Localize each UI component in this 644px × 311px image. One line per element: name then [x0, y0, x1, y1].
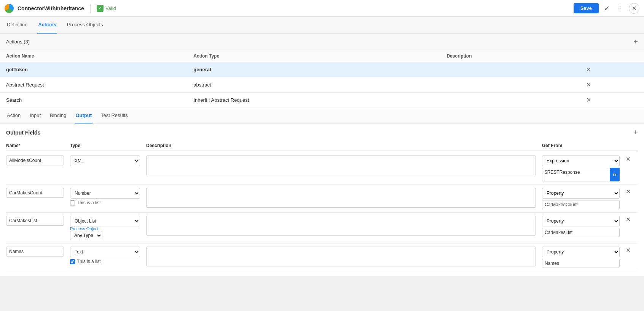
- output-title: Output Fields: [6, 130, 633, 136]
- delete-field-button[interactable]: ✕: [626, 188, 631, 195]
- close-button[interactable]: ✕: [629, 3, 639, 14]
- field-type-select[interactable]: XMLTextNumberObject List: [70, 247, 140, 257]
- field-name-cell: [6, 247, 67, 256]
- main-tab-definition[interactable]: Definition: [6, 17, 28, 34]
- checkbox-row: This is a list: [70, 200, 140, 205]
- output-field-row: XMLTextNumberObject ListProcess ObjectAn…: [6, 213, 638, 244]
- inner-tab-action[interactable]: Action: [6, 108, 21, 123]
- field-type-cell: XMLTextNumberObject ListThis is a list: [67, 247, 143, 264]
- action-name-cell: getToken: [0, 62, 187, 77]
- field-name-cell: [6, 156, 67, 165]
- get-from-cell: ExpressionProperty: [539, 188, 623, 209]
- col-get-from: Get From: [539, 143, 623, 148]
- delete-field-button[interactable]: ✕: [626, 156, 631, 163]
- field-name-cell: [6, 216, 67, 226]
- field-type-select[interactable]: XMLTextNumberObject List: [70, 188, 140, 199]
- actions-section-header: Actions (3) +: [0, 34, 644, 50]
- inner-tab-bar: ActionInputBindingOutputTest Results: [0, 108, 644, 123]
- action-type-cell: abstract: [187, 77, 440, 93]
- field-delete-cell: ✕: [623, 188, 638, 195]
- fx-button[interactable]: fx: [610, 168, 620, 181]
- field-desc-textarea[interactable]: [146, 188, 536, 208]
- get-from-value-textarea[interactable]: [542, 168, 608, 181]
- output-field-row: XMLTextNumberObject ListExpressionProper…: [6, 152, 638, 185]
- table-row[interactable]: getToken general ✕: [0, 62, 644, 77]
- col-header-delete: [580, 50, 644, 62]
- main-tab-process_objects[interactable]: Process Objects: [66, 17, 104, 34]
- get-from-value-input[interactable]: [542, 200, 620, 209]
- action-desc-cell: [440, 77, 580, 93]
- field-type-cell: XMLTextNumberObject ListProcess ObjectAn…: [67, 216, 143, 240]
- col-header-description: Description: [440, 50, 580, 62]
- add-output-field-button[interactable]: +: [633, 128, 638, 137]
- delete-action-button[interactable]: ✕: [586, 81, 591, 88]
- inner-tab-output[interactable]: Output: [75, 108, 92, 123]
- field-delete-cell: ✕: [623, 247, 638, 254]
- is-list-checkbox[interactable]: [70, 200, 75, 205]
- get-from-row: ExpressionProperty: [542, 216, 620, 226]
- col-header-action-name: Action Name: [0, 50, 187, 62]
- action-type-cell: Inherit : Abstract Request: [187, 93, 440, 108]
- get-from-value-input[interactable]: [542, 259, 620, 268]
- field-desc-textarea[interactable]: [146, 156, 536, 175]
- action-desc-cell: [440, 62, 580, 77]
- get-from-type-select[interactable]: ExpressionProperty: [542, 247, 620, 257]
- valid-icon: ✓: [97, 5, 104, 12]
- delete-action-button[interactable]: ✕: [586, 96, 591, 104]
- main-tab-actions[interactable]: Actions: [37, 17, 57, 34]
- output-rows: XMLTextNumberObject ListExpressionProper…: [6, 152, 638, 271]
- inner-tab-input[interactable]: Input: [29, 108, 41, 123]
- action-type-cell: general: [187, 62, 440, 77]
- field-delete-cell: ✕: [623, 156, 638, 163]
- field-desc-textarea[interactable]: [146, 247, 536, 266]
- field-type-cell: XMLTextNumberObject ListThis is a list: [67, 188, 143, 205]
- any-type-select[interactable]: Any Type: [70, 231, 102, 240]
- field-name-input[interactable]: [6, 247, 64, 256]
- app-logo-icon: [5, 4, 14, 13]
- get-from-row: ExpressionProperty: [542, 188, 620, 199]
- field-type-select[interactable]: XMLTextNumberObject List: [70, 216, 140, 226]
- field-desc-cell: [143, 156, 539, 176]
- field-name-input[interactable]: [6, 156, 64, 165]
- delete-field-button[interactable]: ✕: [626, 247, 631, 254]
- field-desc-textarea[interactable]: [146, 216, 536, 236]
- get-from-cell: ExpressionProperty: [539, 216, 623, 237]
- add-action-button[interactable]: +: [633, 37, 638, 46]
- get-from-type-select[interactable]: ExpressionProperty: [542, 156, 620, 166]
- table-row[interactable]: Abstract Request abstract ✕: [0, 77, 644, 93]
- save-button[interactable]: Save: [574, 3, 599, 13]
- col-description: Description: [143, 143, 539, 148]
- output-header: Output Fields +: [6, 128, 638, 137]
- get-from-cell: ExpressionPropertyfx: [539, 156, 623, 181]
- output-fields-section: Output Fields + Name* Type Description G…: [0, 123, 644, 276]
- inner-tab-test_results[interactable]: Test Results: [100, 108, 129, 123]
- is-list-checkbox[interactable]: [70, 259, 75, 264]
- valid-label: Valid: [105, 5, 116, 11]
- actions-section: Actions (3) + Action Name Action Type De…: [0, 34, 644, 108]
- more-options-button[interactable]: ⋮: [615, 3, 625, 14]
- field-name-cell: [6, 188, 67, 198]
- get-from-cell: ExpressionProperty: [539, 247, 623, 268]
- fields-header: Name* Type Description Get From: [6, 141, 638, 151]
- field-desc-cell: [143, 247, 539, 268]
- delete-field-button[interactable]: ✕: [626, 216, 631, 223]
- field-name-input[interactable]: [6, 188, 64, 198]
- output-field-row: XMLTextNumberObject ListThis is a listEx…: [6, 244, 638, 271]
- delete-action-button[interactable]: ✕: [586, 66, 591, 73]
- field-type-select[interactable]: XMLTextNumberObject List: [70, 156, 140, 166]
- get-from-type-select[interactable]: ExpressionProperty: [542, 216, 620, 226]
- main-tab-bar: DefinitionActionsProcess Objects: [0, 17, 644, 34]
- col-name: Name*: [6, 143, 67, 148]
- valid-status: ✓ Valid: [97, 5, 116, 12]
- process-object-label: Process Object: [70, 226, 140, 231]
- get-from-value-input[interactable]: [542, 228, 620, 237]
- output-field-row: XMLTextNumberObject ListThis is a listEx…: [6, 185, 638, 213]
- actions-section-title: Actions (3): [6, 39, 633, 45]
- field-type-cell: XMLTextNumberObject List: [67, 156, 143, 166]
- inner-tab-binding[interactable]: Binding: [49, 108, 67, 123]
- get-from-type-select[interactable]: ExpressionProperty: [542, 188, 620, 199]
- field-name-input[interactable]: [6, 216, 64, 226]
- table-row[interactable]: Search Inherit : Abstract Request ✕: [0, 93, 644, 108]
- checkmark-button[interactable]: ✓: [603, 3, 611, 14]
- action-name-cell: Search: [0, 93, 187, 108]
